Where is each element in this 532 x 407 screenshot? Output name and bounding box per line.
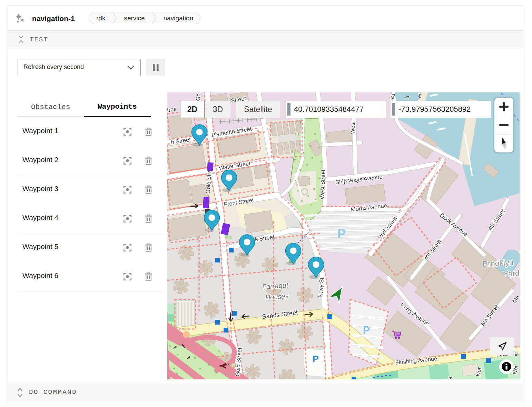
svg-text:West Street: West Street <box>319 169 326 199</box>
svg-text:P: P <box>363 324 370 336</box>
svg-text:West: West <box>349 121 356 134</box>
svg-text:P: P <box>313 354 319 364</box>
svg-text:Yard: Yard <box>503 269 520 278</box>
svg-text:Brooklyn: Brooklyn <box>482 258 514 269</box>
svg-text:tr: tr <box>404 95 410 99</box>
svg-text:P: P <box>337 227 346 241</box>
svg-text:Go: Go <box>195 93 201 101</box>
